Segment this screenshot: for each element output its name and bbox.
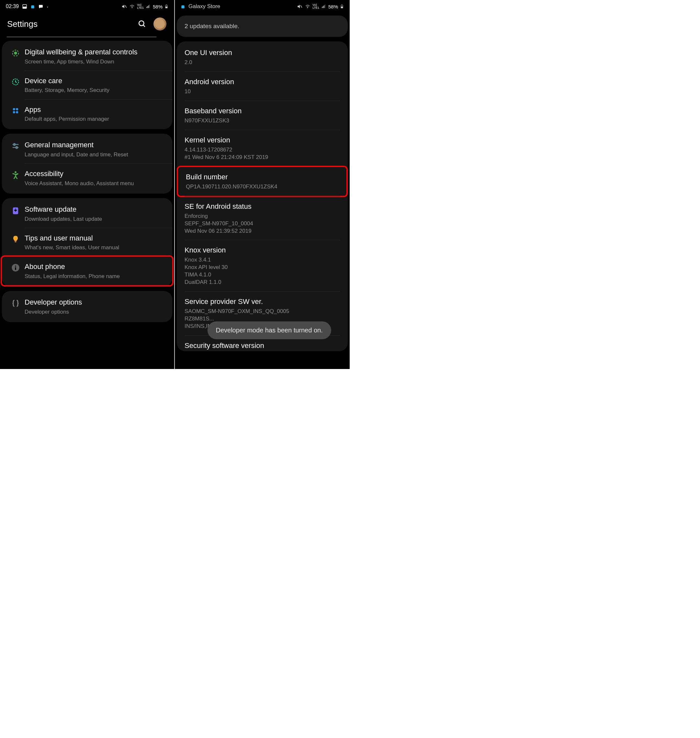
info-icon — [6, 262, 25, 272]
dot-icon: · — [47, 3, 49, 10]
battery-icon — [340, 4, 344, 9]
wifi-icon — [129, 4, 135, 9]
svg-point-17 — [13, 111, 15, 113]
svg-rect-5 — [148, 6, 149, 8]
item-title: Apps — [25, 105, 166, 115]
developer-mode-toast: Developer mode has been turned on. — [207, 321, 331, 339]
app-title: Settings — [7, 19, 38, 29]
info-title: Android version — [185, 78, 340, 86]
wifi-icon — [305, 4, 310, 9]
status-left: 02:39 · — [6, 3, 49, 10]
settings-list[interactable]: Digital wellbeing & parental controls Sc… — [0, 41, 174, 369]
battery-label: 58% — [328, 4, 338, 9]
settings-item-device-care[interactable]: Device care Battery, Storage, Memory, Se… — [2, 71, 172, 99]
svg-rect-31 — [322, 7, 322, 8]
svg-rect-32 — [323, 6, 324, 8]
item-subtitle: Screen time, App timers, Wind Down — [25, 58, 166, 65]
svg-rect-33 — [324, 6, 324, 8]
info-title: Service provider SW ver. — [185, 297, 340, 306]
status-bar: 02:39 · Vo)LTE1 58% — [0, 0, 174, 13]
mute-icon — [121, 4, 127, 9]
svg-point-30 — [307, 7, 308, 8]
settings-item-wellbeing[interactable]: Digital wellbeing & parental controls Sc… — [2, 42, 172, 71]
svg-rect-34 — [325, 4, 325, 8]
item-title: General management — [25, 140, 166, 150]
item-subtitle: Battery, Storage, Memory, Security — [25, 87, 166, 94]
settings-item-about-phone[interactable]: About phone Status, Legal information, P… — [2, 257, 172, 285]
info-subtitle: QP1A.190711.020.N970FXXU1ZSK4 — [186, 183, 339, 191]
status-right: Vo)LTE1 58% — [297, 4, 344, 9]
item-title: Accessibility — [25, 169, 166, 179]
info-title: Build number — [186, 173, 339, 181]
svg-rect-9 — [166, 5, 167, 6]
svg-rect-6 — [149, 4, 150, 8]
info-subtitle: 2.0 — [185, 59, 340, 66]
network-label: Vo)LTE1 — [312, 4, 319, 9]
lightbulb-icon — [6, 233, 25, 244]
svg-line-11 — [143, 25, 145, 26]
item-subtitle: Developer options — [25, 309, 166, 316]
svg-line-1 — [125, 5, 126, 8]
highlight-build-number: Build number QP1A.190711.020.N970FXXU1ZS… — [177, 166, 348, 197]
info-title: One UI version — [185, 49, 340, 57]
software-info-list[interactable]: One UI version 2.0 Android version 10 Ba… — [177, 41, 348, 351]
about-phone-screen: Galaxy Store Vo)LTE1 58% 2 updates avail… — [175, 0, 350, 369]
svg-rect-4 — [147, 6, 148, 8]
status-right: Vo)LTE1 58% — [121, 4, 168, 9]
svg-point-10 — [139, 21, 144, 26]
picture-icon — [22, 4, 27, 9]
info-one-ui[interactable]: One UI version 2.0 — [177, 43, 348, 72]
mute-icon — [297, 4, 303, 9]
svg-point-2 — [132, 7, 132, 8]
settings-item-apps[interactable]: Apps Default apps, Permission manager — [2, 100, 172, 128]
svg-rect-28 — [15, 268, 16, 270]
settings-group: Developer options Developer options — [2, 291, 172, 322]
accessibility-icon — [6, 169, 25, 179]
settings-item-developer[interactable]: Developer options Developer options — [2, 292, 172, 321]
status-time: 02:39 — [6, 4, 19, 9]
settings-item-accessibility[interactable]: Accessibility Voice Assistant, Mono audi… — [2, 164, 172, 192]
signal-icon — [321, 4, 326, 9]
info-title: Knox version — [185, 246, 340, 254]
info-subtitle: Enforcing SEPF_SM-N970F_10_0004 Wed Nov … — [185, 213, 340, 235]
svg-rect-8 — [165, 6, 168, 8]
info-knox[interactable]: Knox version Knox 3.4.1 Knox API level 3… — [177, 240, 348, 291]
info-kernel[interactable]: Kernel version 4.14.113-17208672 #1 Wed … — [177, 130, 348, 166]
svg-point-21 — [13, 144, 16, 146]
info-se-android[interactable]: SE for Android status Enforcing SEPF_SM-… — [177, 197, 348, 240]
sliders-icon — [6, 140, 25, 150]
settings-group: Digital wellbeing & parental controls Sc… — [2, 41, 172, 129]
item-title: Digital wellbeing & parental controls — [25, 47, 166, 57]
item-subtitle: Default apps, Permission manager — [25, 116, 166, 123]
item-title: Developer options — [25, 297, 166, 307]
bag-icon — [181, 4, 185, 9]
svg-point-13 — [15, 52, 17, 54]
status-bar: Galaxy Store Vo)LTE1 58% — [175, 0, 350, 13]
galaxy-store-label: Galaxy Store — [188, 3, 220, 10]
network-label: Vo)LTE1 — [137, 4, 144, 9]
info-build-number[interactable]: Build number QP1A.190711.020.N970FXXU1ZS… — [178, 167, 346, 196]
info-baseband[interactable]: Baseband version N970FXXU1ZSK3 — [177, 101, 348, 130]
settings-screen: 02:39 · Vo)LTE1 58% Settings — [0, 0, 175, 369]
info-subtitle: N970FXXU1ZSK3 — [185, 117, 340, 125]
wellbeing-icon — [6, 47, 25, 57]
item-subtitle: Status, Legal information, Phone name — [25, 273, 166, 280]
svg-point-18 — [16, 111, 18, 113]
header-actions — [138, 18, 166, 31]
settings-item-general[interactable]: General management Language and input, D… — [2, 135, 172, 163]
svg-rect-25 — [15, 241, 16, 242]
info-title: Kernel version — [185, 136, 340, 144]
device-care-icon — [6, 76, 25, 87]
battery-icon — [165, 4, 168, 9]
svg-point-23 — [15, 171, 16, 173]
settings-group: General management Language and input, D… — [2, 134, 172, 194]
info-android-version[interactable]: Android version 10 — [177, 72, 348, 101]
updates-banner[interactable]: 2 updates available. — [177, 16, 348, 37]
item-subtitle: What's new, Smart ideas, User manual — [25, 244, 166, 251]
settings-item-software-update[interactable]: Software update Download updates, Last u… — [2, 199, 172, 228]
settings-item-tips[interactable]: Tips and user manual What's new, Smart i… — [2, 228, 172, 257]
item-title: About phone — [25, 262, 166, 272]
search-icon[interactable] — [138, 20, 146, 28]
avatar[interactable] — [153, 18, 166, 31]
item-subtitle: Download updates, Last update — [25, 216, 166, 223]
